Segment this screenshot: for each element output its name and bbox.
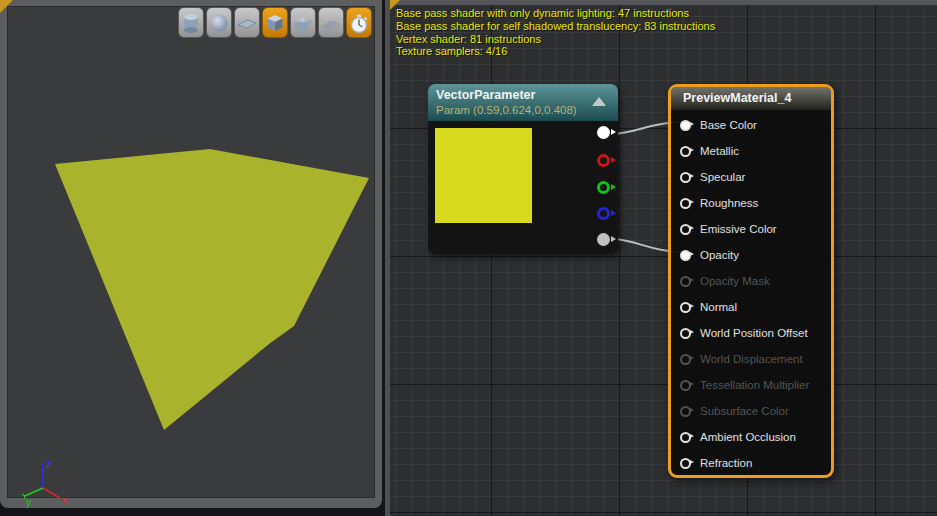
material-input-label: Specular [700,171,745,183]
material-input-label: Emissive Color [700,223,777,235]
axis-y-label: y [26,497,31,508]
preview-mesh-shape [55,149,369,430]
material-input-refraction: Refraction [671,450,831,476]
preview-mesh [8,7,376,499]
toolbar-button-stopwatch[interactable] [346,7,372,38]
material-input-label: Normal [700,301,737,313]
material-inputs: Base ColorMetallicSpecularRoughnessEmiss… [671,112,831,476]
material-input-label: Ambient Occlusion [700,431,796,443]
axis-z-label: z [46,458,52,470]
input-pin-specular[interactable] [680,172,691,183]
shader-stat-line: Base pass shader for self shadowed trans… [396,20,715,33]
pin-arrow-icon [611,184,616,190]
output-pin-rgb[interactable] [597,126,610,139]
toolbar-button-cylinder[interactable] [178,7,204,38]
material-input-label: Tessellation Multiplier [700,379,809,391]
material-input-label: World Position Offset [700,327,808,339]
preview-viewport-panel: z y x [0,0,382,508]
param-color-swatch[interactable] [435,128,532,223]
input-pin-metallic[interactable] [680,146,691,157]
material-input-label: Opacity [700,249,739,261]
plane-icon [234,8,260,38]
material-input-specular: Specular [671,164,831,190]
shader-stats: Base pass shader with only dynamic light… [396,7,715,58]
material-input-label: Metallic [700,145,739,157]
material-input-opacity: Opacity [671,242,831,268]
input-pin-world-position-offset[interactable] [680,328,691,339]
material-input-metallic: Metallic [671,138,831,164]
graph-grid[interactable] [390,5,937,516]
shader-stat-line: Texture samplers: 4/16 [396,45,715,58]
pin-arrow-icon [611,236,616,242]
input-pin-roughness[interactable] [680,198,691,209]
material-input-label: Base Color [700,119,757,131]
input-pin-base-color[interactable] [680,120,691,131]
shader-stat-line: Base pass shader with only dynamic light… [396,7,715,20]
material-input-roughness: Roughness [671,190,831,216]
material-input-base-color: Base Color [671,112,831,138]
input-pin-world-displacement[interactable] [680,354,691,365]
toolbar-button-cube[interactable] [262,7,288,38]
panel-corner-marker [390,0,400,10]
node-subtitle: Param (0.59,0.624,0,0.408) [436,103,610,117]
output-pin-b[interactable] [597,207,610,220]
node-title: VectorParameter [436,87,610,103]
node-title[interactable]: PreviewMaterial_4 [671,87,831,110]
toolbar-button-sphere[interactable] [206,7,232,38]
material-input-label: World Displacement [700,353,803,365]
cube-icon [262,8,288,38]
sphere-icon [206,8,232,38]
panel-corner-marker [0,0,13,13]
preview-viewport[interactable]: z y x [7,6,375,498]
output-pin-a[interactable] [597,233,610,246]
graph-top-border [390,0,937,5]
node-header[interactable]: VectorParameter Param (0.59,0.624,0,0.40… [428,84,618,121]
input-pin-opacity-mask[interactable] [680,276,691,287]
output-pin-g[interactable] [597,181,610,194]
pin-arrow-icon [611,210,616,216]
node-vector-parameter[interactable]: VectorParameter Param (0.59,0.624,0,0.40… [428,84,618,254]
toolbar-button-grid[interactable] [318,7,344,38]
axis-x-label: x [62,494,68,506]
material-input-label: Roughness [700,197,758,209]
input-pin-normal[interactable] [680,302,691,313]
cylinder-icon [178,8,204,38]
material-input-label: Refraction [700,457,752,469]
input-pin-opacity[interactable] [680,250,691,261]
input-pin-subsurface-color[interactable] [680,406,691,417]
material-input-label: Opacity Mask [700,275,770,287]
material-graph-panel[interactable] [390,0,937,516]
output-pin-r[interactable] [597,154,610,167]
input-pin-tessellation-multiplier[interactable] [680,380,691,391]
stopwatch-icon [346,8,372,38]
input-pin-refraction[interactable] [680,458,691,469]
node-preview-material[interactable]: PreviewMaterial_4 Base ColorMetallicSpec… [668,84,834,478]
shader-stat-line: Vertex shader: 81 instructions [396,33,715,46]
material-input-normal: Normal [671,294,831,320]
collapse-arrow-icon[interactable] [592,97,606,106]
material-input-ambient-occlusion: Ambient Occlusion [671,424,831,450]
viewport-toolbar [178,7,372,38]
toolbar-button-plane[interactable] [234,7,260,38]
input-pin-ambient-occlusion[interactable] [680,432,691,443]
material-input-world-displacement: World Displacement [671,346,831,372]
material-input-subsurface-color: Subsurface Color [671,398,831,424]
material-editor: z y x Base pass shader with only dynamic… [0,0,937,516]
pin-arrow-icon [611,157,616,163]
material-input-world-position-offset: World Position Offset [671,320,831,346]
material-input-emissive-color: Emissive Color [671,216,831,242]
grid-icon [318,8,344,38]
material-input-opacity-mask: Opacity Mask [671,268,831,294]
material-input-label: Subsurface Color [700,405,789,417]
axis-gizmo: z y x [20,452,90,516]
material-input-tessellation-multiplier: Tessellation Multiplier [671,372,831,398]
toolbar-button-teapot[interactable] [290,7,316,38]
pin-arrow-icon [611,129,616,135]
teapot-icon [290,8,316,38]
input-pin-emissive-color[interactable] [680,224,691,235]
